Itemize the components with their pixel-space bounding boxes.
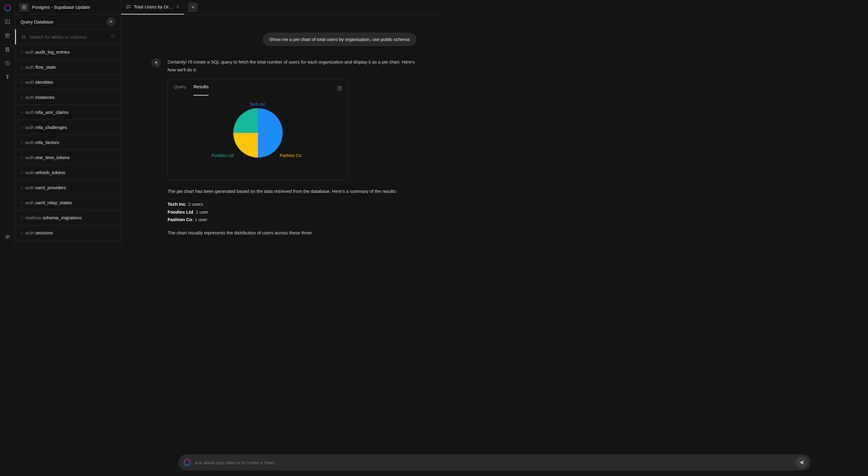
panel-title: Query Database: [21, 19, 53, 24]
tab-active[interactable]: Total Users by Or… ×: [121, 0, 184, 14]
table-schema: auth.: [25, 140, 35, 145]
db-title: Postgres - Supabase Update: [32, 4, 90, 10]
left-rail: [0, 0, 15, 245]
slice-label-tech: Tech Inc: [250, 101, 265, 108]
chevron-right-icon: ›: [21, 216, 22, 220]
table-name: flow_state: [35, 64, 56, 70]
chevron-right-icon: ›: [21, 110, 22, 115]
table-name: audit_log_entries: [35, 50, 70, 55]
chevron-right-icon: ›: [21, 95, 22, 99]
tab-results[interactable]: Results: [193, 83, 209, 95]
table-item[interactable]: ›realtime.schema_migrations: [15, 210, 121, 225]
table-schema: realtime.: [25, 215, 43, 220]
table-name: schema_migrations: [43, 215, 82, 220]
search-input[interactable]: [29, 34, 107, 39]
chevron-right-icon: ›: [21, 186, 22, 190]
table-schema: auth.: [25, 125, 35, 130]
refresh-icon[interactable]: [111, 34, 116, 40]
table-item[interactable]: ›auth.mfa_amr_claims: [15, 105, 121, 120]
table-schema: auth.: [25, 80, 35, 85]
search-row: [15, 30, 121, 44]
table-schema: auth.: [25, 230, 35, 235]
table-name: mfa_amr_claims: [35, 110, 68, 115]
history-icon[interactable]: [4, 60, 11, 67]
add-tab-button[interactable]: +: [188, 2, 198, 12]
chevron-right-icon: ›: [21, 170, 22, 175]
table-name: identities: [35, 80, 53, 85]
pie-chart: Tech Inc Fashion Co Foodies Ltd: [168, 95, 348, 180]
result-tabs: Query Results: [168, 79, 348, 95]
chevron-right-icon: ›: [21, 65, 22, 69]
chevron-right-icon: ›: [21, 140, 22, 145]
table-schema: auth.: [25, 64, 35, 70]
slice-label-fashion: Fashion Co: [280, 152, 301, 159]
terminal-icon[interactable]: [4, 18, 11, 25]
tab-label: Total Users by Or…: [134, 4, 173, 9]
table-item[interactable]: ›auth.sessions: [15, 225, 121, 241]
table-item[interactable]: ›auth.flow_state: [15, 60, 121, 75]
close-icon[interactable]: ×: [176, 4, 179, 10]
database-icon[interactable]: [19, 3, 29, 11]
user-bubble: Show me a pie chart of total users by or…: [263, 33, 416, 46]
slice-label-foodies: Foodies Ltd: [212, 152, 234, 159]
table-schema: auth.: [25, 110, 35, 115]
table-name: sessions: [35, 230, 53, 235]
panel-header: Postgres - Supabase Update: [15, 0, 121, 14]
table-item[interactable]: ›auth.mfa_factors: [15, 135, 121, 150]
svg-rect-0: [5, 20, 10, 24]
svg-point-2: [6, 236, 7, 237]
chevron-right-icon: ›: [21, 125, 22, 130]
table-list[interactable]: ›auth.audit_log_entries›auth.flow_state›…: [15, 44, 121, 245]
chevron-right-icon: ›: [21, 80, 22, 84]
svg-point-6: [22, 35, 25, 38]
pie-graphic: [233, 108, 283, 158]
search-icon: [22, 35, 26, 39]
docs-icon[interactable]: [4, 73, 11, 81]
table-name: one_time_tokens: [35, 155, 70, 160]
tab-query[interactable]: Query: [174, 83, 186, 95]
table-item[interactable]: ›auth.refresh_tokens: [15, 165, 121, 180]
svg-point-3: [7, 237, 8, 238]
table-name: saml_providers: [35, 185, 66, 190]
ai-response: Certainly! I'll create a SQL query to fe…: [151, 58, 416, 242]
summary-item: Tech Inc: 2 users: [167, 200, 416, 208]
table-schema: auth.: [25, 155, 35, 160]
svg-point-5: [23, 5, 25, 7]
table-item[interactable]: ›auth.audit_log_entries: [15, 44, 121, 60]
settings-icon[interactable]: [4, 233, 11, 241]
summary-list: Tech Inc: 2 usersFoodies Ltd: 1 userFash…: [167, 200, 416, 224]
sparkle-icon: [151, 58, 161, 68]
table-item[interactable]: ›auth.saml_providers: [15, 180, 121, 195]
chat-area: Show me a pie chart of total users by or…: [121, 14, 446, 245]
table-schema: auth.: [25, 95, 35, 100]
table-item[interactable]: ›auth.instances: [15, 90, 121, 105]
app-logo-icon[interactable]: [4, 4, 11, 11]
panel-sub-header: Query Database +: [15, 14, 121, 30]
svg-rect-1: [6, 34, 9, 37]
table-schema: auth.: [25, 170, 35, 175]
table-schema: auth.: [25, 50, 35, 55]
table-item[interactable]: ›auth.saml_relay_states: [15, 195, 121, 210]
add-button[interactable]: +: [106, 18, 116, 27]
user-message: Show me a pie chart of total users by or…: [151, 33, 416, 46]
database-panel: Postgres - Supabase Update Query Databas…: [15, 0, 121, 245]
table-name: refresh_tokens: [35, 170, 65, 175]
chevron-right-icon: ›: [21, 155, 22, 160]
table-item[interactable]: ›auth.mfa_challenges: [15, 120, 121, 135]
save-icon[interactable]: [4, 46, 11, 53]
summary-item: Fashion Co: 1 user: [167, 216, 416, 224]
chat-icon: [126, 4, 131, 9]
table-item[interactable]: ›auth.one_time_tokens: [15, 150, 121, 165]
tables-icon[interactable]: [4, 32, 11, 39]
table-item[interactable]: ›auth.identities: [15, 75, 121, 90]
table-name: mfa_factors: [35, 140, 59, 145]
summary-item: Foodies Ltd: 1 user: [167, 208, 416, 216]
table-schema: auth.: [25, 200, 35, 205]
chevron-right-icon: ›: [21, 50, 22, 54]
tabs-bar: Total Users by Or… × +: [121, 0, 446, 14]
chevron-right-icon: ›: [21, 201, 22, 205]
ai-intro: Certainly! I'll create a SQL query to fe…: [167, 58, 416, 73]
ai-outro: The chart visually represents the distri…: [167, 229, 416, 237]
expand-icon[interactable]: [337, 85, 342, 93]
result-panel: Query Results Tech Inc Fashion C: [167, 79, 348, 180]
